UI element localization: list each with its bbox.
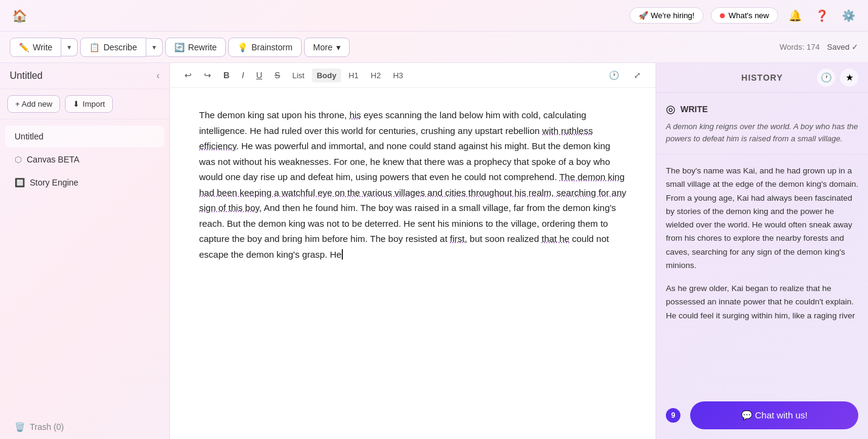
write-section: ◎ WRITE A demon king reigns over the wor…: [656, 93, 868, 155]
pen-icon: ✏️: [19, 42, 29, 52]
header-left: 🏠: [10, 6, 29, 25]
header-icons: 🔔 ❓ ⚙️: [785, 6, 858, 25]
notification-dot: [720, 13, 725, 18]
h3-button[interactable]: H3: [388, 69, 408, 82]
text-cursor: [342, 249, 343, 260]
main-toolbar: ✏️ Write ▾ 📋 Describe ▾ 🔄 Rewrite 💡 Brai…: [0, 32, 868, 63]
sidebar-item-story-engine[interactable]: 🔲 Story Engine: [5, 172, 164, 193]
more-button[interactable]: More ▾: [304, 38, 350, 57]
word-count: Words: 174 Saved ✓: [779, 42, 858, 52]
sidebar-item-story-engine-label: Story Engine: [30, 178, 78, 187]
openai-icon: ◎: [666, 102, 676, 116]
rewrite-icon: 🔄: [174, 42, 185, 52]
brainstorm-label: Brainstorm: [251, 42, 293, 52]
sidebar-item-canvas[interactable]: ⬡ Canvas BETA: [5, 149, 164, 170]
editor-toolbar-right: 🕐 ⤢: [604, 68, 646, 82]
saved-badge: Saved ✓: [827, 42, 858, 52]
describe-group: 📋 Describe ▾: [80, 38, 162, 57]
highlighted-first: first,: [450, 233, 467, 244]
sidebar-item-untitled[interactable]: Untitled: [5, 126, 164, 147]
header-right: 🚀 We're hiring! What's new 🔔 ❓ ⚙️: [629, 6, 858, 25]
list-button[interactable]: List: [287, 69, 309, 82]
ai-paragraph-2: As he grew older, Kai began to realize t…: [666, 282, 858, 323]
import-icon: ⬇: [73, 99, 80, 109]
story-engine-icon: 🔲: [15, 178, 25, 187]
write-prompt: A demon king reigns over the world. A bo…: [666, 121, 858, 144]
write-group: ✏️ Write ▾: [10, 38, 78, 57]
highlighted-with-ruthless: with ruthless efficiency: [199, 126, 593, 152]
rewrite-button[interactable]: 🔄 Rewrite: [165, 38, 226, 57]
panel-title: HISTORY: [741, 73, 782, 82]
expand-icon-button[interactable]: ⤢: [629, 68, 646, 82]
sidebar-header: Untitled ‹: [0, 63, 169, 89]
strikethrough-button[interactable]: S: [270, 68, 285, 82]
h2-button[interactable]: H2: [366, 69, 386, 82]
write-button[interactable]: ✏️ Write: [10, 38, 61, 57]
whats-new-label: What's new: [728, 11, 769, 20]
more-label: More: [313, 42, 333, 52]
alert-icon-button[interactable]: 🔔: [785, 6, 805, 25]
brainstorm-icon: 💡: [237, 42, 248, 52]
editor-area: ↩ ↪ B I U S List Body H1 H2 H3 🕐 ⤢ The d…: [170, 63, 656, 439]
ai-paragraph-1: The boy's name was Kai, and he had grown…: [666, 164, 858, 272]
panel-header: HISTORY 🕐 ★: [656, 63, 868, 93]
settings-icon-button[interactable]: ⚙️: [839, 6, 858, 25]
import-button[interactable]: ⬇ Import: [65, 95, 113, 113]
home-icon[interactable]: 🏠: [10, 6, 29, 25]
editor-content[interactable]: The demon king sat upon his throne, his …: [170, 88, 656, 439]
describe-icon: 📋: [89, 42, 100, 52]
history-tab-button[interactable]: 🕐: [817, 69, 835, 87]
describe-dropdown[interactable]: ▾: [146, 38, 163, 56]
redo-button[interactable]: ↪: [199, 68, 216, 82]
main-layout: Untitled ‹ + Add new ⬇ Import Untitled ⬡…: [0, 63, 868, 439]
sidebar: Untitled ‹ + Add new ⬇ Import Untitled ⬡…: [0, 63, 170, 439]
trash-label: Trash (0): [30, 422, 64, 432]
sidebar-item-untitled-label: Untitled: [15, 132, 43, 141]
sidebar-item-canvas-label: Canvas BETA: [27, 155, 80, 164]
highlighted-demon-king-sentence: The demon king had been keeping a watchf…: [199, 172, 626, 213]
undo-button[interactable]: ↩: [180, 68, 197, 82]
collapse-icon[interactable]: ‹: [157, 70, 160, 81]
words-label: Words: 174: [779, 42, 819, 52]
body-button[interactable]: Body: [312, 69, 342, 82]
h1-button[interactable]: H1: [344, 69, 364, 82]
brainstorm-button[interactable]: 💡 Brainstorm: [228, 38, 302, 57]
right-panel: HISTORY 🕐 ★ ◎ WRITE A demon king reigns …: [656, 63, 868, 439]
sidebar-trash[interactable]: 🗑️ Trash (0): [5, 416, 164, 438]
canvas-icon: ⬡: [15, 155, 22, 164]
ai-response: The boy's name was Kai, and he had grown…: [666, 164, 858, 323]
bold-button[interactable]: B: [219, 68, 234, 82]
editor-toolbar: ↩ ↪ B I U S List Body H1 H2 H3 🕐 ⤢: [170, 63, 656, 88]
rewrite-label: Rewrite: [188, 42, 217, 52]
panel-bottom: 9 💬 Chat with us!: [656, 397, 868, 439]
highlighted-that-he: that he: [541, 233, 569, 244]
whats-new-button[interactable]: What's new: [711, 7, 778, 24]
describe-button[interactable]: 📋 Describe: [80, 38, 146, 57]
chat-button[interactable]: 💬 Chat with us!: [690, 401, 858, 429]
hiring-button[interactable]: 🚀 We're hiring!: [629, 7, 704, 24]
sidebar-nav: Untitled ⬡ Canvas BETA 🔲 Story Engine: [0, 119, 169, 415]
italic-button[interactable]: I: [237, 68, 249, 82]
underline-button[interactable]: U: [251, 68, 267, 82]
sidebar-title: Untitled: [10, 70, 42, 81]
describe-label: Describe: [103, 42, 137, 52]
top-header: 🏠 🚀 We're hiring! What's new 🔔 ❓ ⚙️: [0, 0, 868, 32]
import-label: Import: [83, 99, 105, 109]
panel-header-icons: 🕐 ★: [817, 69, 858, 87]
notification-badge: 9: [666, 408, 680, 423]
help-icon-button[interactable]: ❓: [812, 6, 832, 25]
write-header: ◎ WRITE: [666, 102, 858, 116]
starred-tab-button[interactable]: ★: [840, 69, 858, 87]
highlighted-his: his: [350, 110, 361, 120]
chevron-down-icon: ▾: [336, 42, 341, 52]
write-dropdown[interactable]: ▾: [61, 38, 78, 56]
add-new-button[interactable]: + Add new: [7, 95, 60, 113]
write-label: Write: [33, 42, 52, 52]
trash-icon: 🗑️: [15, 422, 25, 432]
write-label: WRITE: [680, 104, 708, 114]
history-icon-button[interactable]: 🕐: [604, 68, 624, 82]
panel-content: The boy's name was Kai, and he had grown…: [656, 155, 868, 397]
